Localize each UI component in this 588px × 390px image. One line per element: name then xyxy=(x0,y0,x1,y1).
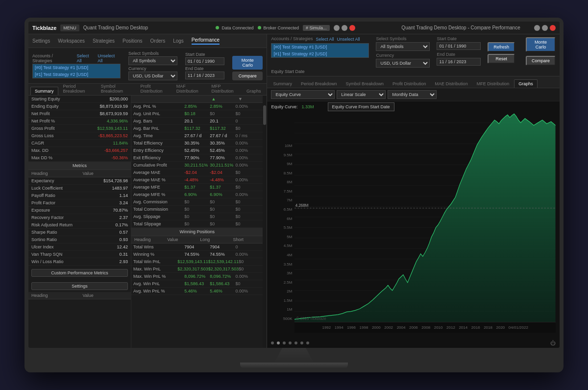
account-item-0[interactable]: [#0] Test Strategy #1 [USD] xyxy=(33,64,120,71)
right-compare-btn[interactable]: Compare xyxy=(526,56,556,66)
scrollbar[interactable] xyxy=(263,96,267,348)
y-label-9-5m: 9.5M xyxy=(269,153,292,157)
right-tab-summary[interactable]: Summary xyxy=(269,80,296,88)
metric-gross-loss: Gross Loss -$3,865,223.52 xyxy=(28,132,131,140)
tab-profit[interactable]: Profit Distribution xyxy=(136,82,171,95)
top-bar: Tickblaze MENU Quant Trading Demo Deskto… xyxy=(28,22,560,34)
nav-strategies[interactable]: Strategies xyxy=(93,38,115,44)
right-row-avg-unit-pnl: Avg. Unit PnL $0.18 $0 $0 xyxy=(131,110,263,118)
x-axis: 1992 1994 1996 1998 2000 2002 2004 2006 … xyxy=(294,322,556,333)
menu-button[interactable]: MENU xyxy=(60,24,79,31)
right-strat-item-0[interactable]: [#0] Test Strategy #1 [USD] xyxy=(271,44,368,50)
right-end-label: End Date xyxy=(437,52,481,57)
right-tab-period[interactable]: Period Breakdown xyxy=(297,80,341,88)
select-all-btn[interactable]: Select All xyxy=(76,53,95,63)
dot-7 xyxy=(306,341,309,344)
right-row-total-eff: Total Efficiency 30.35% 30.35% 0.00% xyxy=(131,140,263,147)
metric-cagr: CAGR 11.84% xyxy=(28,140,131,147)
close-button[interactable]: × xyxy=(349,25,355,31)
end-date-input[interactable] xyxy=(185,72,224,79)
right-close-button[interactable]: × xyxy=(550,25,556,31)
x-label-1998: 1998 xyxy=(360,325,368,330)
svg-marker-19 xyxy=(294,114,556,322)
tab-maf[interactable]: MAF Distribution xyxy=(172,82,207,95)
equity-start-date-label: Equity Start Date xyxy=(271,69,304,74)
right-symbols-group: Select Symbols All Symbols Currency USD,… xyxy=(376,36,430,68)
settings-btn[interactable]: Settings xyxy=(31,282,128,290)
start-date-input[interactable] xyxy=(185,57,224,65)
account-item-1[interactable]: [#1] Test Strategy #2 [USD] xyxy=(33,71,120,78)
nav-settings[interactable]: Settings xyxy=(32,38,50,44)
right-unselect-all[interactable]: Unselect All xyxy=(337,37,360,42)
symbols-label: Select Symbols xyxy=(128,51,177,56)
right-tab-symbol[interactable]: Symbol Breakdown xyxy=(342,80,388,88)
right-currency-label: Currency xyxy=(376,53,430,58)
right-end-input[interactable] xyxy=(437,58,481,66)
account-list: [#0] Test Strategy #1 [USD] [#1] Test St… xyxy=(32,64,121,78)
nav-logs[interactable]: Logs xyxy=(173,38,184,44)
x-label-2000: 2000 xyxy=(372,325,381,330)
left-panel: Settings Workspaces Strategies Positions… xyxy=(28,34,267,348)
right-row-avg-mfe-pct: Average MFE % 6.90% 6.90% 0.00% xyxy=(131,191,263,198)
logo: Tickblaze xyxy=(32,25,56,31)
custom-metrics-btn[interactable]: Custom Performance Metrics xyxy=(31,269,128,277)
right-tab-mfe[interactable]: MFE Distribution xyxy=(473,80,514,88)
nav-performance[interactable]: Performance xyxy=(192,37,220,45)
unselect-all-btn[interactable]: Unselect All xyxy=(98,53,121,63)
right-reset-btn[interactable]: Reset xyxy=(488,54,515,64)
monte-carlo-btn[interactable]: Monte Carlo xyxy=(232,56,263,70)
symbol-select[interactable]: All Symbols xyxy=(128,56,177,65)
nav-orders[interactable]: Orders xyxy=(150,38,166,44)
right-row-avg-mae: Average MAE -$2.04 -$2.04 $0 xyxy=(131,169,263,176)
right-tab-profit[interactable]: Profit Distribution xyxy=(389,80,430,88)
right-tab-mae[interactable]: MAE Distribution xyxy=(431,80,472,88)
right-row-total-comm: Total Commission $0 $0 $0 xyxy=(131,206,263,213)
tab-symbol[interactable]: Symbol Breakdown xyxy=(97,82,136,95)
metric-ulcer: Ulcer Index 12.42 xyxy=(28,244,131,251)
right-strat-list: [#0] Test Strategy #1 [USD] [#1] Test St… xyxy=(271,43,369,58)
right-maximize-button[interactable]: □ xyxy=(542,25,548,31)
right-minimize-button[interactable]: — xyxy=(534,25,540,31)
x-label-2012: 2012 xyxy=(446,325,455,330)
right-currency-select[interactable]: USD, US Dollar xyxy=(376,59,430,68)
right-monte-btn[interactable]: Monte Carlo xyxy=(526,37,556,52)
chart-period-select[interactable]: Monthly Data xyxy=(388,90,437,99)
right-strat-item-1[interactable]: [#1] Test Strategy #2 [USD] xyxy=(271,50,368,57)
right-accounts-label: Accounts / Strategies xyxy=(271,36,313,41)
winning-row-max-win: Max. Win PnL $2,320,317.503 $2,320,317.5… xyxy=(131,266,263,273)
y-label-3-5m: 3.5M xyxy=(269,262,292,267)
currency-label-left: Currency xyxy=(128,66,177,71)
right-select-all[interactable]: Select All xyxy=(316,37,334,42)
chart-scale-select[interactable]: Linear Scale xyxy=(337,90,386,99)
currency-select[interactable]: USD, US Dollar xyxy=(128,72,177,80)
metric-luck: Luck Coefficient 1483.97 xyxy=(28,185,131,192)
nav-workspaces[interactable]: Workspaces xyxy=(58,38,85,44)
right-row-avg-time: Avg. Time 27.67 / d 27.67 / d 0 / ms xyxy=(131,132,263,140)
main-content: Settings Workspaces Strategies Positions… xyxy=(28,34,560,348)
chart-type-select[interactable]: Equity Curve xyxy=(271,90,335,99)
chart-container: Equity Curve Linear Scale Monthly Data E… xyxy=(267,88,560,338)
tab-mfp[interactable]: MFP Distribution xyxy=(207,82,242,95)
right-tab-graphs[interactable]: Graphs xyxy=(514,79,538,88)
tab-graphs[interactable]: Graphs xyxy=(243,87,265,95)
y-label-7m: 7M xyxy=(269,198,292,202)
nav-positions[interactable]: Positions xyxy=(122,38,143,44)
metric-max-dd-pct: Max DD % -50.36% xyxy=(28,154,131,162)
power-icon[interactable]: ⏻ xyxy=(550,340,556,346)
maximize-button[interactable]: □ xyxy=(342,25,347,31)
x-label-1996: 1996 xyxy=(347,325,356,330)
broker-connected-status: Broker Connected xyxy=(258,25,299,30)
scrollbar-thumb[interactable] xyxy=(263,105,266,125)
right-start-input[interactable] xyxy=(437,42,481,50)
right-symbol-select[interactable]: All Symbols xyxy=(376,42,430,51)
compare-btn[interactable]: Compare xyxy=(232,72,263,80)
metrics-section-header: Metrics xyxy=(28,162,131,170)
minimize-button[interactable]: — xyxy=(334,25,340,31)
x-label-2006: 2006 xyxy=(409,325,418,330)
tab-period[interactable]: Period Breakdown xyxy=(59,82,96,95)
tab-summary[interactable]: Summary xyxy=(30,87,58,95)
dot-3 xyxy=(283,341,286,344)
winning-section-header: Winning Positions xyxy=(131,228,263,236)
right-row-entry-eff: Entry Efficiency 52.45% 52.45% 0.00% xyxy=(131,147,263,154)
right-refresh-btn[interactable]: Refresh xyxy=(488,42,515,52)
